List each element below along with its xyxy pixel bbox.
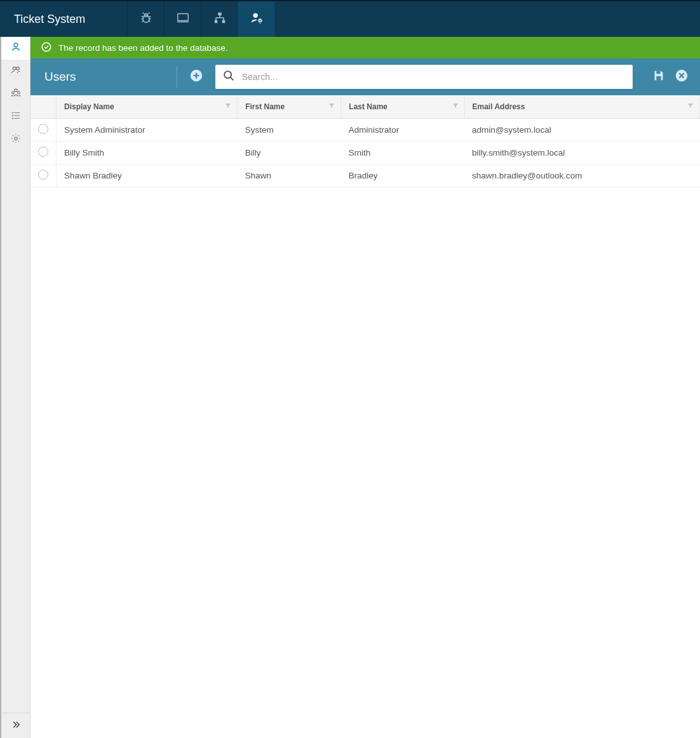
search-icon — [222, 69, 242, 85]
row-select-radio[interactable] — [38, 124, 48, 134]
desktop-icon — [176, 11, 190, 27]
svg-point-14 — [14, 137, 17, 140]
table-row[interactable]: Billy SmithBillySmithbilly.smith@system.… — [30, 141, 700, 164]
row-select-radio[interactable] — [38, 170, 48, 180]
side-rail — [0, 37, 30, 738]
topbar: Ticket System — [0, 0, 700, 37]
checklist-icon — [10, 110, 22, 124]
save-icon — [652, 69, 666, 85]
gear-icon — [10, 133, 22, 147]
search-box[interactable] — [215, 65, 633, 89]
close-circle-icon — [675, 69, 689, 85]
save-button[interactable] — [652, 65, 666, 88]
team-icon — [10, 87, 22, 101]
table-row[interactable]: Shawn BradleyShawnBradleyshawn.bradley@o… — [30, 164, 700, 187]
col-email[interactable]: Email Address — [464, 95, 700, 118]
row-select-radio[interactable] — [38, 147, 48, 157]
users-icon — [10, 64, 22, 78]
svg-point-9 — [13, 67, 16, 70]
top-nav — [127, 1, 274, 37]
svg-point-11 — [14, 89, 17, 91]
user-gear-icon — [250, 11, 264, 27]
svg-rect-0 — [177, 14, 188, 21]
col-last-name[interactable]: Last Name — [341, 95, 464, 118]
topbar-right — [626, 1, 700, 37]
cell-first-name: System — [238, 118, 341, 141]
cell-last-name: Administrator — [341, 118, 464, 141]
app-title: Ticket System — [0, 1, 127, 37]
side-settings[interactable] — [1, 128, 30, 151]
user-icon — [10, 41, 22, 55]
add-button[interactable] — [185, 65, 208, 88]
svg-rect-18 — [656, 71, 660, 74]
filter-icon[interactable] — [452, 102, 459, 111]
cell-email: admin@system.local — [464, 118, 700, 141]
close-button[interactable] — [675, 65, 689, 88]
svg-point-17 — [224, 71, 231, 78]
side-checklist[interactable] — [1, 105, 30, 128]
cell-display-name: System Administrator — [57, 118, 238, 141]
svg-rect-1 — [218, 13, 222, 16]
check-circle-icon — [41, 41, 58, 55]
side-user[interactable] — [1, 37, 30, 60]
bug-icon — [139, 11, 153, 27]
table-row[interactable]: System AdministratorSystemAdministratora… — [30, 118, 700, 141]
cell-email: billy.smith@system.local — [464, 141, 700, 164]
svg-point-15 — [42, 43, 51, 51]
svg-point-4 — [253, 13, 257, 18]
svg-point-13 — [17, 91, 20, 94]
plus-circle-icon — [189, 69, 203, 85]
svg-point-10 — [16, 67, 19, 70]
nav-desktop[interactable] — [164, 1, 201, 37]
col-display-name[interactable]: Display Name — [57, 95, 238, 118]
svg-rect-19 — [656, 76, 661, 80]
account-button[interactable] — [663, 1, 700, 37]
cell-first-name: Shawn — [238, 164, 341, 187]
success-banner: The record has been added to the databas… — [30, 37, 700, 58]
cell-display-name: Shawn Bradley — [57, 164, 238, 187]
side-users[interactable] — [1, 60, 30, 83]
svg-rect-3 — [222, 20, 225, 23]
users-grid: Display Name First Name Last Name E — [30, 95, 700, 738]
chevrons-right-icon — [10, 719, 22, 733]
cell-first-name: Billy — [238, 141, 341, 164]
page-title: Users — [44, 70, 76, 84]
sitemap-icon — [213, 11, 227, 27]
select-column-header — [30, 95, 57, 118]
cell-email: shawn.bradley@outlook.com — [464, 164, 700, 187]
svg-rect-2 — [214, 20, 217, 23]
search-input[interactable] — [242, 72, 626, 82]
cell-last-name: Smith — [341, 141, 464, 164]
nav-org[interactable] — [201, 1, 238, 37]
nav-bugs[interactable] — [127, 1, 164, 37]
nav-user-admin[interactable] — [238, 1, 274, 37]
cell-last-name: Bradley — [341, 164, 464, 187]
svg-point-5 — [259, 20, 261, 22]
expand-sidebar-button[interactable] — [1, 713, 30, 738]
col-first-name[interactable]: First Name — [238, 95, 341, 118]
page-header: Users — [30, 58, 700, 95]
svg-point-12 — [11, 91, 14, 94]
filter-icon[interactable] — [687, 102, 694, 111]
filter-icon[interactable] — [328, 102, 335, 111]
main-content: The record has been added to the databas… — [30, 37, 700, 738]
svg-point-8 — [14, 43, 18, 47]
notifications-button[interactable] — [626, 1, 663, 37]
side-team[interactable] — [1, 83, 30, 105]
cell-display-name: Billy Smith — [57, 141, 238, 164]
table-header-row: Display Name First Name Last Name E — [30, 95, 700, 118]
banner-message: The record has been added to the databas… — [58, 43, 227, 53]
filter-icon[interactable] — [224, 102, 232, 111]
